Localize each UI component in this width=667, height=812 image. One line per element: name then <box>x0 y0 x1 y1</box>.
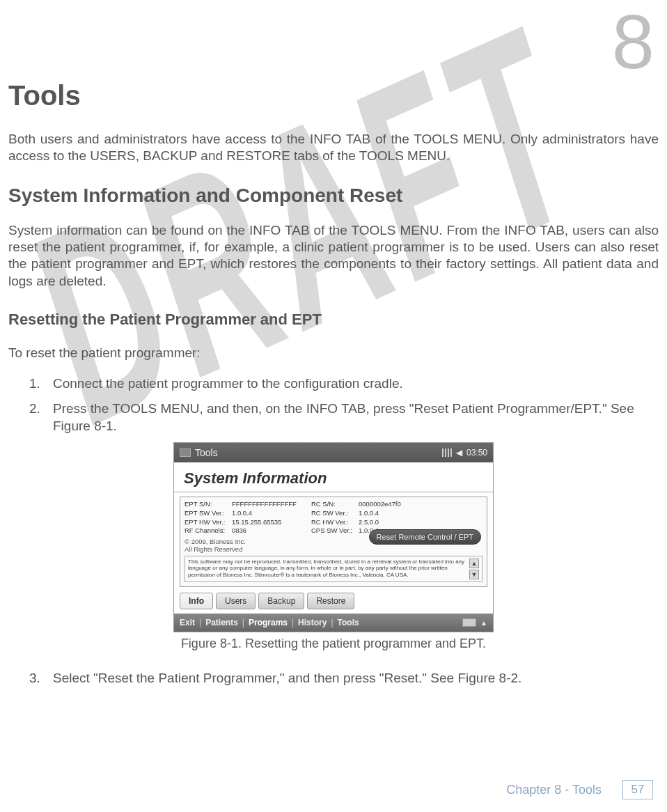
step-number: 2. <box>29 400 53 435</box>
menu-history[interactable]: History <box>298 618 327 627</box>
info-val: 2.5.0.0 <box>359 518 482 526</box>
info-key: EPT S/N: <box>185 500 228 508</box>
chapter-number: 8 <box>8 7 659 76</box>
info-val: 0836 <box>232 526 307 535</box>
tab-restore[interactable]: Restore <box>307 593 354 609</box>
tab-users[interactable]: Users <box>216 593 256 609</box>
info-key: RF Channels: <box>185 526 228 535</box>
lead-text: To reset the patient programmer: <box>8 345 659 361</box>
section-heading: System Information and Component Reset <box>8 185 659 207</box>
signal-icon <box>442 448 452 457</box>
step-item: 3. Select "Reset the Patient Programmer,… <box>29 669 659 687</box>
menu-patients[interactable]: Patients <box>205 618 238 627</box>
subsection-heading: Resetting the Patient Programmer and EPT <box>8 311 659 329</box>
info-val: 15.15.255.65535 <box>232 518 307 526</box>
step-item: 1. Connect the patient programmer to the… <box>29 375 659 393</box>
step-number: 1. <box>29 375 53 393</box>
speaker-icon: ◀ <box>456 448 462 458</box>
page-title: Tools <box>8 80 659 111</box>
info-key: RC S/N: <box>311 500 354 508</box>
step-item: 2. Press the TOOLS MENU, and then, on th… <box>29 400 659 435</box>
flag-icon <box>180 448 191 457</box>
legal-text: This software may not be reproduced, tra… <box>188 559 466 578</box>
menu-exit[interactable]: Exit <box>180 618 195 627</box>
scroll-down-button[interactable]: ▼ <box>469 570 479 579</box>
tab-info[interactable]: Info <box>180 593 213 609</box>
tab-backup[interactable]: Backup <box>258 593 304 609</box>
scroll-up-button[interactable]: ▲ <box>469 559 479 568</box>
page-number: 57 <box>622 780 653 799</box>
device-bottombar: Exit| Patients| Programs| History| Tools… <box>174 614 493 632</box>
info-val: 0000002e47f0 <box>359 500 482 508</box>
device-topbar: Tools ◀ 03:50 <box>174 443 493 462</box>
info-key: EPT SW Ver.: <box>185 509 228 517</box>
step-text: Connect the patient programmer to the co… <box>53 375 403 393</box>
topbar-title: Tools <box>195 447 218 458</box>
chevron-up-icon[interactable]: ▲ <box>480 619 487 627</box>
device-screenshot: Tools ◀ 03:50 System Information EPT S/N… <box>173 442 494 633</box>
copyright-line: All Rights Reserved <box>185 545 482 553</box>
info-key: RC SW Ver.: <box>311 509 354 517</box>
info-panel: EPT S/N:FFFFFFFFFFFFFFFF RC S/N:0000002e… <box>180 497 487 588</box>
figure-container: Tools ◀ 03:50 System Information EPT S/N… <box>8 442 659 633</box>
menu-tools[interactable]: Tools <box>338 618 359 627</box>
keyboard-icon[interactable] <box>462 618 476 627</box>
info-val: FFFFFFFFFFFFFFFF <box>232 500 307 508</box>
intro-paragraph: Both users and administrators have acces… <box>8 131 659 165</box>
step-text: Press the TOOLS MENU, and then, on the I… <box>53 400 659 435</box>
step-number: 3. <box>29 669 53 687</box>
info-key: CPS SW Ver.: <box>311 526 354 535</box>
screen-title: System Information <box>174 462 493 489</box>
info-key: RC HW Ver.: <box>311 518 354 526</box>
divider <box>174 492 493 492</box>
info-key: EPT HW Ver.: <box>185 518 228 526</box>
footer-chapter: Chapter 8 - Tools <box>506 783 602 797</box>
section-paragraph: System information can be found on the I… <box>8 222 659 290</box>
reset-remote-button[interactable]: Reset Remote Control / EPT <box>369 529 481 545</box>
step-text: Select "Reset the Patient Programmer," a… <box>53 669 521 687</box>
menu-programs[interactable]: Programs <box>249 618 288 627</box>
info-val: 1.0.0.4 <box>359 509 482 517</box>
figure-caption: Figure 8-1. Resetting the patient progra… <box>8 637 659 651</box>
topbar-time: 03:50 <box>466 448 487 458</box>
info-val: 1.0.0.4 <box>232 509 307 517</box>
